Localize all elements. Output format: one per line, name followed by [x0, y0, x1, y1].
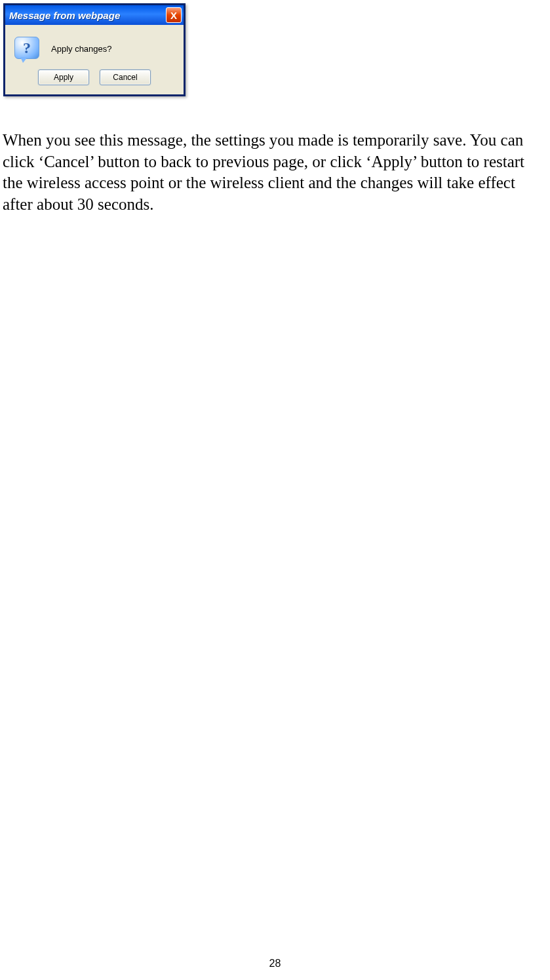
- cancel-button[interactable]: Cancel: [100, 69, 151, 85]
- dialog-screenshot: Message from webpage X ? Apply changes? …: [3, 3, 186, 96]
- dialog-message: Apply changes?: [51, 44, 112, 54]
- dialog-button-row: Apply Cancel: [5, 66, 184, 94]
- dialog-body: ? Apply changes?: [5, 25, 184, 66]
- explanatory-paragraph: When you see this message, the settings …: [3, 130, 543, 215]
- page-number: 28: [0, 958, 550, 970]
- dialog-titlebar[interactable]: Message from webpage X: [5, 5, 184, 25]
- close-button[interactable]: X: [166, 7, 182, 23]
- dialog-title: Message from webpage: [9, 10, 120, 21]
- message-dialog: Message from webpage X ? Apply changes? …: [3, 3, 186, 96]
- help-icon: ?: [14, 37, 38, 60]
- help-bubble-icon: ?: [14, 37, 39, 59]
- close-icon: X: [170, 10, 177, 21]
- apply-button[interactable]: Apply: [38, 69, 89, 85]
